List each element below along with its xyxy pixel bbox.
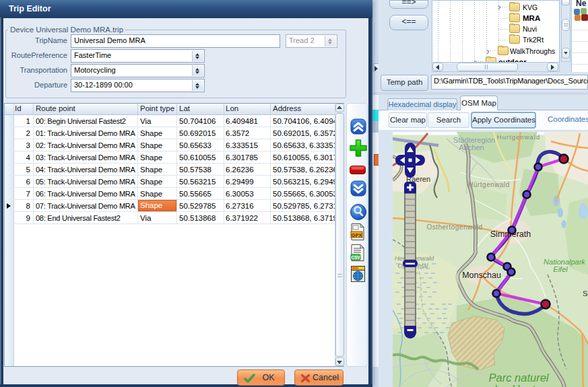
svg-text:Osthertogenwald: Osthertogenwald — [426, 223, 482, 231]
svg-text:Sc: Sc — [583, 289, 588, 297]
svg-text:Monschau: Monschau — [462, 271, 501, 280]
svg-text:Hurtgenwald: Hurtgenwald — [497, 133, 540, 141]
svg-text:Eifel: Eifel — [553, 265, 568, 273]
svg-text:CSV: CSV — [351, 255, 360, 260]
svg-text:des Hautes: des Hautes — [490, 383, 546, 387]
svg-text:Simmerath: Simmerath — [490, 230, 531, 239]
svg-text:GPX: GPX — [352, 232, 362, 238]
svg-text:Parc naturel: Parc naturel — [489, 372, 550, 384]
svg-text:Hürtgenwald: Hürtgenwald — [468, 181, 510, 188]
svg-text:Aachen: Aachen — [459, 143, 484, 151]
